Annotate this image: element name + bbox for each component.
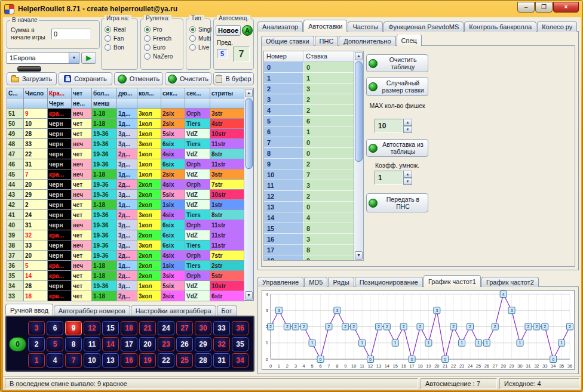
bet-value[interactable]: 1 [303,73,355,84]
number-button-0[interactable]: 0 [9,337,26,351]
bet-value[interactable]: 3 [303,234,355,245]
bet-value[interactable]: 0 [303,202,355,212]
number-button-1[interactable]: 1 [28,353,45,368]
number-button-24[interactable]: 24 [158,321,174,335]
autobet-from-table-button[interactable]: Автоставка из таблицы [366,139,428,157]
bets-scrollbar[interactable]: ▲ ▼ [354,51,363,260]
bet-value[interactable]: 2 [303,94,355,105]
tab-Бот[interactable]: Бот [217,305,237,316]
number-button-33[interactable]: 33 [213,321,230,335]
number-button-2[interactable]: 2 [28,337,45,351]
number-button-35[interactable]: 35 [232,337,248,351]
number-button-20[interactable]: 20 [139,337,156,351]
spins-scrollbar[interactable]: ▲ ▼ [244,88,253,300]
load-button[interactable]: Загрузить [7,72,57,85]
tab-ПНС[interactable]: ПНС [315,36,339,46]
max-chips-input[interactable]: 10 ▲ ▼ [375,119,412,133]
random-bet-size-button[interactable]: Случайный размер ставки [366,77,428,96]
number-button-28[interactable]: 28 [195,353,211,368]
max-chips-value[interactable]: 10 [375,119,403,133]
number-button-8[interactable]: 8 [65,337,82,351]
radio-Pro[interactable]: Pro [141,24,183,33]
scroll-down-icon[interactable]: ▼ [355,251,363,260]
tab-Автограббер номеров[interactable]: Автограббер номеров [54,305,130,316]
bet-value[interactable]: 1 [303,126,355,137]
number-button-13[interactable]: 13 [102,353,119,368]
bet-value[interactable]: 4 [303,212,355,223]
number-button-7[interactable]: 7 [65,353,82,368]
tab-Автоставки[interactable]: Автоставки [303,20,347,32]
radio-Singl[interactable]: Singl [186,24,210,33]
bet-value[interactable]: 8 [303,223,355,234]
number-button-6[interactable]: 6 [47,321,63,335]
number-button-17[interactable]: 17 [121,337,137,351]
play-button[interactable]: ▶ [81,52,96,64]
tab-Ряды[interactable]: Ряды [328,277,354,287]
number-button-11[interactable]: 11 [84,337,100,351]
bet-value[interactable]: 2 [303,105,355,116]
number-button-25[interactable]: 25 [176,353,193,368]
radio-Fan[interactable]: Fan [102,33,137,42]
number-button-9[interactable]: 9 [65,321,82,335]
number-button-34[interactable]: 34 [232,353,248,368]
bet-value[interactable]: 3 [303,180,355,191]
bet-value[interactable]: 2 [303,191,355,202]
number-button-31[interactable]: 31 [213,353,230,368]
number-button-21[interactable]: 21 [139,321,156,335]
number-button-15[interactable]: 15 [102,321,119,335]
tab-Контроль банкролла[interactable]: Контроль банкролла [464,21,536,32]
clear-button[interactable]: Очистить [165,72,211,85]
bet-value[interactable]: 7 [303,169,355,180]
radio-Multi[interactable]: Multi [186,33,210,42]
tab-Колесо ру[interactable]: Колесо ру [537,21,577,32]
number-button-19[interactable]: 19 [139,353,156,368]
bet-value[interactable]: 0 [303,148,355,159]
new-button[interactable]: Новое [216,25,241,36]
spin-down-icon[interactable]: ▼ [403,178,412,185]
number-button-26[interactable]: 26 [176,337,193,351]
tab-Управление[interactable]: Управление [257,277,303,287]
bet-value[interactable]: 8 [303,245,355,255]
to-buffer-button[interactable]: В буфер [213,72,254,85]
number-button-16[interactable]: 16 [121,353,137,368]
number-button-12[interactable]: 12 [84,321,100,335]
radio-Bon[interactable]: Bon [102,42,137,51]
spin-down-icon[interactable]: ▼ [403,126,412,133]
scroll-up-icon[interactable]: ▲ [355,52,363,60]
bet-value[interactable]: 3 [303,84,355,94]
maximize-button[interactable]: ❐ [535,2,553,13]
sum-input[interactable] [51,29,91,39]
chevron-down-icon[interactable]: ▼ [69,53,79,63]
tab-Позиционирование[interactable]: Позиционирование [355,277,423,287]
radio-Euro[interactable]: Euro [141,42,183,51]
number-button-18[interactable]: 18 [121,321,137,335]
multiplier-input[interactable]: 1 ▲ ▼ [375,171,412,185]
number-button-23[interactable]: 23 [158,337,174,351]
send-to-pns-button[interactable]: Передать в ПНС [366,193,428,212]
scroll-down-icon[interactable]: ▼ [245,291,253,300]
multiplier-value[interactable]: 1 [375,171,403,185]
tab-Дополнительно[interactable]: Дополнительно [339,36,395,46]
scroll-thumb[interactable] [355,61,363,162]
scroll-thumb[interactable] [245,98,253,169]
tab-Ручной ввод[interactable]: Ручной ввод [5,304,53,316]
close-button[interactable]: × [553,2,579,13]
spin-up-icon[interactable]: ▲ [403,119,412,126]
number-button-4[interactable]: 4 [47,353,63,368]
number-button-32[interactable]: 32 [213,337,230,351]
tab-График частот2[interactable]: График частот2 [481,277,539,287]
tab-Анализатор[interactable]: Анализатор [257,21,303,32]
undo-button[interactable]: Отменить [114,72,163,85]
number-button-29[interactable]: 29 [195,337,211,351]
radio-Real[interactable]: Real [102,24,137,33]
tab-Функционал PsevdoMS[interactable]: Функционал PsevdoMS [383,21,464,32]
tab-Частоты[interactable]: Частоты [348,21,383,32]
number-button-36[interactable]: 36 [232,321,248,335]
number-button-14[interactable]: 14 [102,337,119,351]
tab-Общие ставки[interactable]: Общие ставки [261,36,314,46]
number-button-27[interactable]: 27 [176,321,193,335]
scroll-up-icon[interactable]: ▲ [245,89,253,97]
bet-value[interactable]: 6 [303,116,355,126]
minimize-button[interactable]: – [517,2,535,13]
save-button[interactable]: Сохранить [59,72,112,85]
